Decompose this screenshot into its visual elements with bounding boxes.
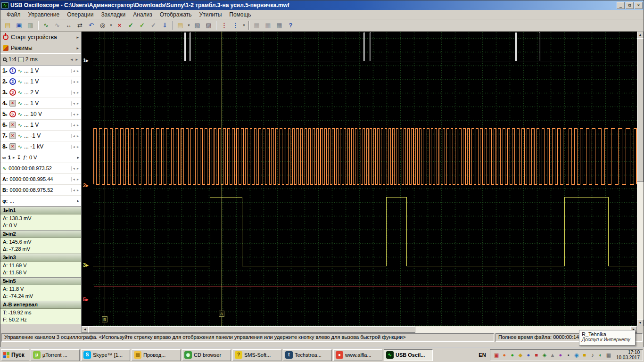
menu-file[interactable]: Файл [3,11,24,18]
expand-icon[interactable]: ▸ [77,155,79,160]
digit-markers-dropdown-icon[interactable]: ▼ [241,20,247,31]
expand-icon[interactable]: ▸ [77,198,79,203]
channel-row-2[interactable]: 2▸ 2 ∿ ... 1 V ◂ ▸ [0,76,81,87]
channel-disabled-icon[interactable]: × [9,122,16,128]
download-icon[interactable]: ⇓ [159,20,170,31]
taskbar-button-cd-browser[interactable]: ◉ CD browser [182,349,231,361]
measure-panel-title[interactable]: 1▸in1 [0,207,81,214]
tray-icon-15[interactable]: ▦ [605,352,612,358]
channel-marker-5[interactable]: 5▸ [83,296,89,303]
zoom-tool-icon[interactable]: ◎ [97,20,108,31]
channel-nav[interactable]: ◂ ▸ [71,69,79,73]
measure-panel-title[interactable]: 2▸in2 [0,230,81,238]
swap-view-icon[interactable]: ⇄ [74,20,85,31]
tray-icon-10[interactable]: ▪ [565,352,572,358]
tray-icon-2[interactable]: ● [501,352,508,358]
digit-markers-red-icon[interactable]: ⋮ [219,20,230,31]
open-file-icon[interactable]: ▤ [2,20,13,31]
menu-help[interactable]: Помощь [226,11,254,18]
menu-control[interactable]: Управление [25,11,63,18]
undo-icon[interactable]: ↶ [86,20,97,31]
menu-operations[interactable]: Операции [64,11,97,18]
horizontal-scroll-thumb[interactable] [88,326,415,333]
start-button[interactable]: Пуск [1,349,29,361]
taskbar-button-skype[interactable]: S Skype™ [1... [81,349,130,361]
channel-disabled-icon[interactable]: × [9,100,16,107]
tray-icon-12[interactable]: ■ [581,352,588,358]
tray-icon-11[interactable]: ◉ [573,352,580,358]
channel-marker-2[interactable]: 2▸ [83,182,89,189]
taskbar-button-browser[interactable]: ● www.alfla... [333,349,382,361]
channel-row-6[interactable]: 6▸ × ∿ ... 1 V ◂ ▸ [0,120,81,131]
channel-nav[interactable]: ◂ ▸ [71,123,79,127]
modes-button[interactable]: Режимы ▸ [0,42,81,53]
channel-badge[interactable]: 1 [9,67,16,74]
channel-row-3[interactable]: 3▸ 3 ∿ ... 2 V ◂ ▸ [0,87,81,98]
scroll-up-icon[interactable]: ▲ [637,32,644,38]
open-recent-dropdown-icon[interactable]: ▼ [186,20,191,31]
channel-disabled-icon[interactable]: × [9,143,16,150]
apply-check-icon[interactable]: ✓ [125,20,136,31]
help-icon[interactable]: ? [285,20,296,31]
clear-trace-icon[interactable]: × [114,20,125,31]
scroll-down-icon[interactable]: ▼ [637,320,644,326]
apply-all-icon[interactable]: ✓ [137,20,148,31]
timebase-nav-arrows[interactable]: ◂ ▸ [70,57,79,62]
trigger-level[interactable]: 0 V [29,155,75,160]
close-button[interactable]: × [635,2,643,9]
channel-badge[interactable]: 5 [9,111,16,117]
expand-icon[interactable]: ▸ [76,46,79,50]
channel-disabled-icon[interactable]: × [9,132,16,139]
trigger-row[interactable]: ∞ 1 ▸ ↧ ƒ: 0 V ▸ [0,152,81,163]
paste-panel-icon[interactable]: ▨ [203,20,214,31]
taskbar-clock[interactable]: 17:10 10.03.2017 [613,350,640,360]
titlebar[interactable]: ∿ USB Oscilloscope - C:\Users\Администра… [0,0,644,10]
menu-analysis[interactable]: Анализ [130,11,156,18]
volume-icon[interactable]: ♪ [589,352,596,358]
expand-icon[interactable]: ▸ [76,35,79,40]
show-waveform-icon[interactable]: ∿ [41,20,51,31]
channel-nav[interactable]: ◂ ▸ [71,90,79,95]
tray-icon-4[interactable]: ◆ [517,352,524,358]
minimize-button[interactable]: _ [617,2,625,9]
tray-icon-9[interactable]: ● [557,352,564,358]
cursor-label-B[interactable]: B [102,316,107,322]
menu-display[interactable]: Отображать [157,11,195,18]
tray-icon-8[interactable]: ▲ [549,352,556,358]
zoom-timebase-row[interactable]: 1:4 2 ms ◂ ▸ [0,54,81,65]
taskbar-button-utorrent[interactable]: µ µTorrent ... [31,349,80,361]
cursor-a-row[interactable]: A: 0000:00:08.995.44 ◂ ▸ [0,174,81,185]
tray-icon-6[interactable]: ■ [533,352,540,358]
scroll-left-icon[interactable]: ◄ [82,326,88,333]
tray-icon-5[interactable]: ● [525,352,532,358]
start-device-button[interactable]: Старт устройства ▸ [0,32,81,42]
menu-utilities[interactable]: Утилиты [196,11,225,18]
channel-row-5[interactable]: 5▸ 5 ∿ ... 10 V ◂ ▸ [0,109,81,120]
measure-panel-title[interactable]: 5▸in5 [0,278,81,285]
time-position-row[interactable]: ∿ 0000:00:08.973.52 ◂ ▸ [0,163,81,174]
channel-nav[interactable]: ◂ ▸ [71,112,79,116]
time-nav[interactable]: ◂ ▸ [71,166,79,171]
cursor-a-nav[interactable]: ◂ ▸ [71,177,79,181]
phase-row[interactable]: φ: ... ▸ [0,196,81,206]
fit-horizontal-icon[interactable]: ↔ [63,20,74,31]
channel-row-4[interactable]: 4▸ × ∿ ... 1 V ◂ ▸ [0,98,81,109]
cursor-b-row[interactable]: B: 0000:00:08.975.52 ◂ ▸ [0,185,81,196]
copy-panel-icon[interactable]: ▧ [192,20,203,31]
tray-icon-14[interactable]: ◐ [597,352,604,358]
print-icon[interactable]: ▥ [25,20,36,31]
horizontal-scrollbar[interactable]: ◄ ► [82,326,637,333]
channel-nav[interactable]: ◂ ▸ [71,80,79,84]
zoom-ratio[interactable]: 1:4 [8,56,17,63]
tray-icon-7[interactable]: ◈ [541,352,548,358]
channel-nav[interactable]: ◂ ▸ [71,101,79,106]
tray-icon-1[interactable]: ▣ [493,352,500,358]
grid-option-b-icon[interactable]: ▦ [263,20,273,31]
channel-row-8[interactable]: 8▸ × ∿ ... -1 kV ◂ ▸ [0,141,81,152]
menu-bookmarks[interactable]: Закладки [98,11,129,18]
show-spectrum-icon[interactable]: ∿ [52,20,63,31]
channel-nav[interactable]: ◂ ▸ [71,145,79,149]
taskbar-button-usb-oscilloscope[interactable]: ∿ USB Oscil... [384,349,433,361]
taskbar-button-explorer[interactable]: ▤ Провод... [132,349,181,361]
channel-marker-1[interactable]: 1▸ [83,58,89,64]
